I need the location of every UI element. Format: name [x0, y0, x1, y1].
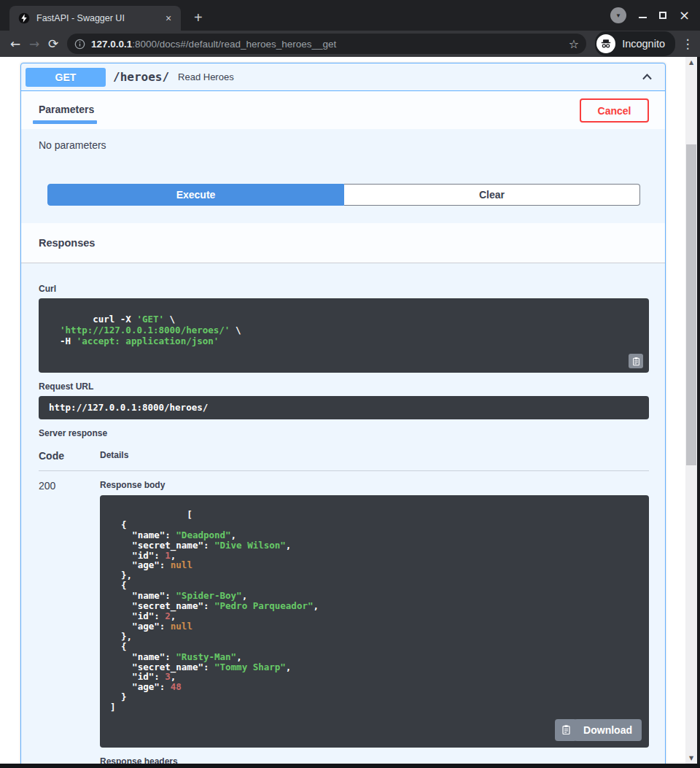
active-tab-underline [33, 120, 97, 124]
browser-tab[interactable]: FastAPI - Swagger UI × [9, 6, 181, 31]
scrollbar-thumb[interactable] [686, 144, 696, 465]
scrollbar-up-icon[interactable]: ▲ [685, 59, 697, 66]
back-icon[interactable]: ← [6, 36, 25, 51]
fastapi-logo-icon [18, 12, 30, 24]
curl-code: curl -X 'GET' \ 'http://127.0.0.1:8000/h… [39, 298, 649, 373]
download-button[interactable]: Download [574, 719, 642, 741]
copy-curl-button[interactable] [629, 354, 643, 368]
response-table-header: Code Details [39, 444, 649, 471]
reload-icon[interactable]: ⟳ [44, 36, 63, 51]
status-code: 200 [39, 480, 100, 764]
url-text[interactable]: 127.0.0.1:8000/docs#/default/read_heroes… [91, 39, 564, 50]
new-tab-button[interactable]: + [194, 10, 203, 25]
incognito-label: Incognito [622, 38, 665, 50]
clear-button[interactable]: Clear [344, 184, 640, 206]
browser-titlebar: FastAPI - Swagger UI × + ▼ × [0, 0, 700, 31]
response-row: 200 Response body [ { "name": "Deadpond"… [39, 471, 649, 764]
window-border-bottom [0, 764, 700, 768]
minimize-button[interactable] [639, 17, 647, 18]
tab-close-icon[interactable]: × [162, 12, 175, 25]
tab-title: FastAPI - Swagger UI [36, 13, 162, 23]
parameters-header: Parameters Cancel [21, 91, 665, 129]
request-url-code: http://127.0.0.1:8000/heroes/ [39, 396, 649, 419]
browser-toolbar: ← → ⟳ 127.0.0.1:8000/docs#/default/read_… [0, 31, 700, 57]
server-response-label: Server response [39, 428, 649, 438]
response-body-json: [ { "name": "Deadpond", "secret_name": "… [100, 495, 649, 748]
close-window-button[interactable]: × [679, 9, 690, 22]
scrollbar-down-icon[interactable]: ▼ [685, 755, 697, 761]
operation-block: GET /heroes/ Read Heroes Parameters Canc… [20, 63, 666, 764]
request-url-label: Request URL [39, 381, 649, 392]
browser-menu-icon[interactable]: ⋮ [681, 36, 694, 51]
bookmark-star-icon[interactable]: ☆ [569, 37, 579, 51]
address-bar[interactable]: 127.0.0.1:8000/docs#/default/read_heroes… [67, 34, 586, 54]
window-border-right [697, 57, 700, 768]
execute-row: Execute Clear [47, 184, 640, 206]
maximize-button[interactable] [659, 12, 666, 19]
responses-header: Responses [21, 223, 665, 263]
operation-summary[interactable]: GET /heroes/ Read Heroes [21, 63, 665, 91]
no-parameters-text: No parameters [39, 139, 649, 151]
curl-label: Curl [39, 284, 649, 294]
operation-summary-text: Read Heroes [178, 71, 234, 82]
operation-path: /heroes/ [113, 70, 169, 84]
parameters-body: No parameters Execute Clear [21, 129, 665, 223]
responses-title: Responses [39, 237, 95, 249]
tab-parameters[interactable]: Parameters [39, 104, 94, 115]
window-menu-icon[interactable]: ▼ [610, 7, 626, 23]
response-headers-label: Response headers [100, 756, 649, 764]
method-badge: GET [26, 68, 106, 87]
url-host: 127.0.0.1 [91, 39, 132, 50]
response-body-label: Response body [100, 480, 649, 490]
page-content: GET /heroes/ Read Heroes Parameters Canc… [0, 57, 685, 764]
execute-button[interactable]: Execute [47, 184, 344, 206]
page-scrollbar[interactable]: ▲ ▼ [685, 57, 697, 764]
server-response-table: Code Details 200 Response body [ { "name… [39, 444, 649, 764]
incognito-badge: Incognito [595, 31, 675, 56]
responses-body: Curl curl -X 'GET' \ 'http://127.0.0.1:8… [21, 263, 665, 764]
collapse-chevron-icon[interactable] [641, 71, 653, 83]
incognito-icon [596, 34, 615, 53]
forward-icon[interactable]: → [25, 36, 44, 51]
details-column-header: Details [100, 450, 128, 462]
code-column-header: Code [39, 450, 100, 462]
cancel-button[interactable]: Cancel [580, 98, 649, 123]
window-controls: ▼ × [610, 0, 690, 31]
url-path: :8000/docs#/default/read_heroes_heroes__… [132, 39, 336, 50]
page-info-icon[interactable] [74, 39, 85, 50]
